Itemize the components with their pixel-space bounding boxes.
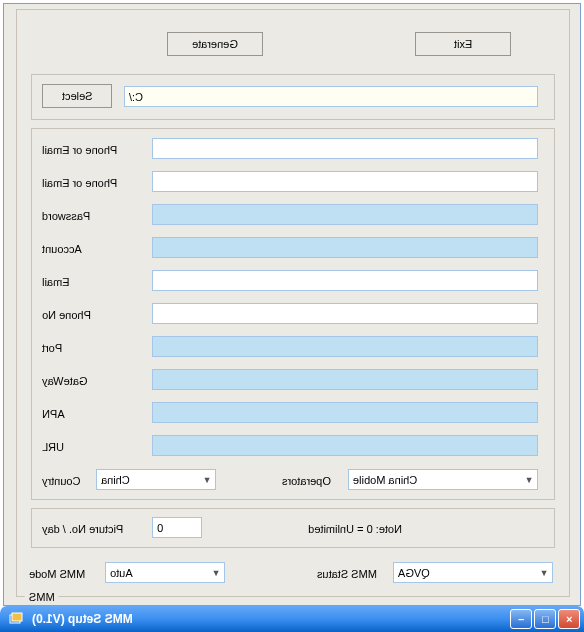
phone-or-email-1-label: Phone or Email <box>42 177 142 189</box>
mms-group: MMS MMS Mode Auto ▼ MMS Status QVGA ▼ Pi… <box>16 9 570 597</box>
apn-input[interactable] <box>152 402 538 423</box>
picture-group: Picture No. / day 0 Note: 0 = Unlimited <box>31 508 555 548</box>
password-label: Password <box>42 210 142 222</box>
country-select[interactable]: China ▼ <box>96 469 216 490</box>
port-input[interactable] <box>152 336 538 357</box>
apn-label: APN <box>42 408 142 420</box>
select-button[interactable]: Select <box>42 84 112 108</box>
client-area: MMS MMS Mode Auto ▼ MMS Status QVGA ▼ Pi… <box>3 3 581 606</box>
country-label: Country <box>42 475 92 487</box>
url-label: URL <box>42 441 142 453</box>
picture-no-value: 0 <box>153 522 201 534</box>
svg-rect-1 <box>12 613 22 621</box>
app-icon <box>8 611 24 627</box>
mms-status-select[interactable]: QVGA ▼ <box>393 562 553 583</box>
phone-input[interactable] <box>152 303 538 324</box>
url-input[interactable] <box>152 435 538 456</box>
country-value: China <box>97 474 199 486</box>
phone-or-email-2-label: Phone or Email <box>42 144 142 156</box>
group-legend: MMS <box>25 591 59 603</box>
port-label: Port <box>42 342 142 354</box>
close-button[interactable]: × <box>558 609 580 629</box>
mms-mode-label: MMS Mode <box>29 568 99 580</box>
gateway-label: GateWay <box>42 375 142 387</box>
generate-button[interactable]: Generate <box>167 32 263 56</box>
mms-mode-value: Auto <box>106 567 208 579</box>
maximize-button[interactable]: □ <box>534 609 556 629</box>
account-input[interactable] <box>152 237 538 258</box>
chevron-down-icon: ▼ <box>521 470 537 489</box>
exit-button[interactable]: Exit <box>415 32 511 56</box>
title-bar: MMS Setup (V1.0) – □ × <box>0 606 584 632</box>
email-input[interactable] <box>152 270 538 291</box>
mms-status-value: QVGA <box>394 567 536 579</box>
operators-value: China Mobile <box>349 474 521 486</box>
path-group: Select C:/ <box>31 74 555 120</box>
phone-label: Phone No <box>42 309 142 321</box>
path-input[interactable]: C:/ <box>124 86 538 107</box>
phone-or-email-2-input[interactable] <box>152 138 538 159</box>
chevron-down-icon: ▼ <box>199 470 215 489</box>
minimize-button[interactable]: – <box>510 609 532 629</box>
picture-no-input[interactable]: 0 <box>152 517 202 538</box>
mms-status-label: MMS Status <box>317 568 387 580</box>
path-value: C:/ <box>125 91 537 103</box>
account-label: Account <box>42 243 142 255</box>
password-input[interactable] <box>152 204 538 225</box>
gateway-input[interactable] <box>152 369 538 390</box>
operators-select[interactable]: China Mobile ▼ <box>348 469 538 490</box>
chevron-down-icon: ▼ <box>536 563 552 582</box>
settings-group: Country China ▼ Operators China Mobile ▼… <box>31 128 555 500</box>
picture-no-label: Picture No. / day <box>42 523 142 535</box>
email-label: Email <box>42 276 142 288</box>
mms-mode-select[interactable]: Auto ▼ <box>105 562 225 583</box>
chevron-down-icon: ▼ <box>208 563 224 582</box>
phone-or-email-1-input[interactable] <box>152 171 538 192</box>
window-title: MMS Setup (V1.0) <box>28 612 510 626</box>
operators-label: Operators <box>282 475 342 487</box>
note-text: Note: 0 = Unlimited <box>252 523 402 535</box>
